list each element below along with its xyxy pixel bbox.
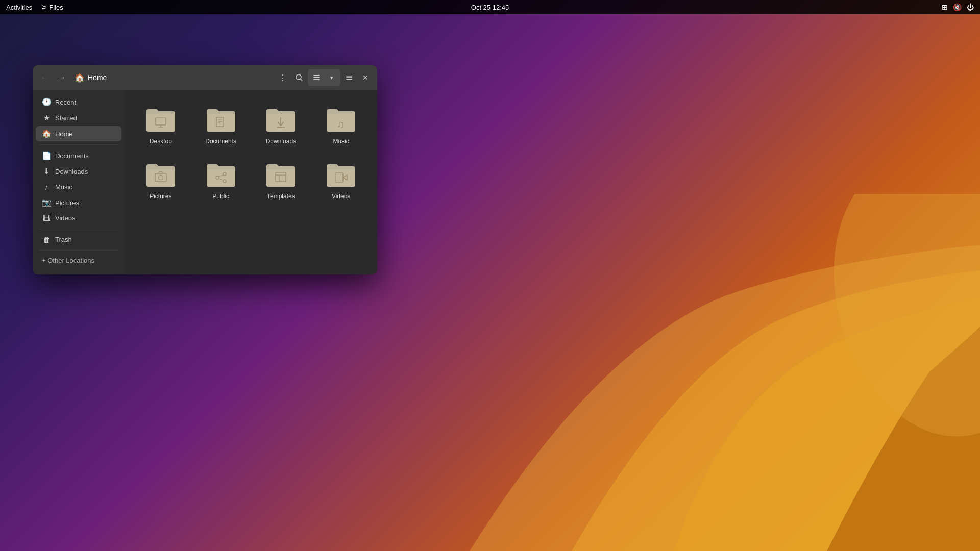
svg-rect-8 bbox=[346, 79, 352, 80]
view-toggle-group: ▾ bbox=[308, 69, 340, 86]
svg-rect-3 bbox=[313, 75, 320, 76]
app-menu-icon: 🗂 bbox=[40, 4, 46, 11]
folder-music-label: Music bbox=[333, 138, 349, 145]
music-icon: ♪ bbox=[42, 183, 51, 191]
search-button[interactable] bbox=[291, 70, 307, 85]
file-manager-window: ← → 🏠 Home ⋮ bbox=[33, 65, 377, 274]
sidebar-item-label-videos: Videos bbox=[55, 214, 76, 222]
home-sidebar-icon: 🏠 bbox=[42, 129, 51, 138]
folder-downloads[interactable]: Downloads bbox=[253, 98, 309, 149]
menu-button[interactable]: ⋮ bbox=[275, 70, 290, 85]
sidebar-item-music[interactable]: ♪ Music bbox=[36, 180, 121, 194]
sidebar-item-starred[interactable]: ★ Starred bbox=[36, 110, 121, 126]
svg-point-0 bbox=[803, 194, 980, 460]
file-grid: Desktop Documents bbox=[125, 90, 377, 274]
svg-rect-6 bbox=[346, 76, 352, 77]
folder-documents-label: Documents bbox=[205, 138, 236, 145]
folder-videos-label: Videos bbox=[332, 193, 350, 200]
sidebar-item-home[interactable]: 🏠 Home bbox=[36, 126, 121, 141]
folder-pictures-label: Pictures bbox=[150, 193, 172, 200]
starred-icon: ★ bbox=[42, 113, 51, 122]
videos-icon: 🎞 bbox=[42, 214, 51, 222]
folder-public-label: Public bbox=[212, 193, 229, 200]
app-name-label: Files bbox=[49, 4, 63, 11]
folder-desktop-label: Desktop bbox=[150, 138, 172, 145]
sound-icon[interactable]: 🔇 bbox=[953, 3, 962, 11]
topbar-left: Activities 🗂 Files bbox=[6, 4, 63, 11]
network-icon[interactable]: ⊞ bbox=[942, 3, 948, 11]
close-button[interactable]: ✕ bbox=[358, 70, 373, 85]
svg-rect-5 bbox=[313, 79, 320, 80]
home-icon: 🏠 bbox=[75, 73, 85, 83]
topbar-right: ⊞ 🔇 ⏻ bbox=[942, 3, 974, 11]
sidebar-item-label-documents: Documents bbox=[55, 152, 89, 160]
sidebar-item-label-downloads: Downloads bbox=[55, 168, 88, 176]
sidebar-item-trash[interactable]: 🗑 Trash bbox=[36, 232, 121, 247]
app-menu[interactable]: 🗂 Files bbox=[40, 4, 63, 11]
sidebar-item-pictures[interactable]: 📷 Pictures bbox=[36, 195, 121, 210]
sidebar-divider-3 bbox=[39, 250, 118, 251]
sidebar-item-label-starred: Starred bbox=[55, 114, 77, 122]
recent-icon: 🕐 bbox=[42, 97, 51, 107]
sidebar-divider bbox=[39, 144, 118, 145]
trash-icon: 🗑 bbox=[42, 235, 51, 244]
sidebar-item-label-trash: Trash bbox=[55, 236, 72, 243]
other-locations-label: + Other Locations bbox=[42, 257, 94, 264]
topbar: Activities 🗂 Files Oct 25 12:45 ⊞ 🔇 ⏻ bbox=[0, 0, 980, 14]
folder-desktop[interactable]: Desktop bbox=[133, 98, 189, 149]
sidebar-item-documents[interactable]: 📄 Documents bbox=[36, 148, 121, 163]
forward-button[interactable]: → bbox=[54, 70, 69, 85]
sidebar-divider-2 bbox=[39, 229, 118, 229]
other-locations-button[interactable]: + Other Locations bbox=[36, 254, 121, 267]
svg-text:♫: ♫ bbox=[337, 118, 345, 130]
pictures-icon: 📷 bbox=[42, 198, 51, 207]
folder-music[interactable]: ♫ Music bbox=[313, 98, 369, 149]
sidebar-item-recent[interactable]: 🕐 Recent bbox=[36, 94, 121, 110]
svg-line-2 bbox=[301, 79, 302, 81]
folder-downloads-label: Downloads bbox=[266, 138, 296, 145]
activities-button[interactable]: Activities bbox=[6, 4, 32, 11]
hamburger-button[interactable] bbox=[341, 70, 357, 85]
sidebar-item-label-home: Home bbox=[55, 130, 73, 138]
back-button[interactable]: ← bbox=[37, 70, 52, 85]
documents-icon: 📄 bbox=[42, 151, 51, 160]
sidebar-item-label-music: Music bbox=[55, 183, 72, 191]
folder-templates[interactable]: Templates bbox=[253, 153, 309, 204]
sidebar-item-videos[interactable]: 🎞 Videos bbox=[36, 211, 121, 226]
main-content: 🕐 Recent ★ Starred 🏠 Home 📄 Documents ⬇ … bbox=[33, 90, 377, 274]
svg-rect-4 bbox=[313, 77, 320, 78]
downloads-icon: ⬇ bbox=[42, 167, 51, 176]
topbar-datetime: Oct 25 12:45 bbox=[471, 4, 509, 11]
power-icon[interactable]: ⏻ bbox=[967, 3, 974, 11]
view-dropdown-button[interactable]: ▾ bbox=[324, 70, 339, 85]
header-actions: ⋮ ▾ bbox=[275, 69, 373, 86]
folder-templates-label: Templates bbox=[267, 193, 295, 200]
sidebar-item-label-pictures: Pictures bbox=[55, 199, 79, 207]
folder-documents[interactable]: Documents bbox=[193, 98, 249, 149]
sidebar-item-label-recent: Recent bbox=[55, 98, 76, 106]
window-title: Home bbox=[88, 73, 107, 82]
folder-videos[interactable]: Videos bbox=[313, 153, 369, 204]
header-bar: ← → 🏠 Home ⋮ bbox=[33, 65, 377, 90]
sidebar-item-downloads[interactable]: ⬇ Downloads bbox=[36, 164, 121, 179]
folder-pictures[interactable]: Pictures bbox=[133, 153, 189, 204]
list-view-button[interactable] bbox=[309, 70, 324, 85]
sidebar: 🕐 Recent ★ Starred 🏠 Home 📄 Documents ⬇ … bbox=[33, 90, 125, 274]
folder-public[interactable]: Public bbox=[193, 153, 249, 204]
window-title-area: 🏠 Home bbox=[71, 73, 273, 83]
svg-rect-7 bbox=[346, 77, 352, 78]
